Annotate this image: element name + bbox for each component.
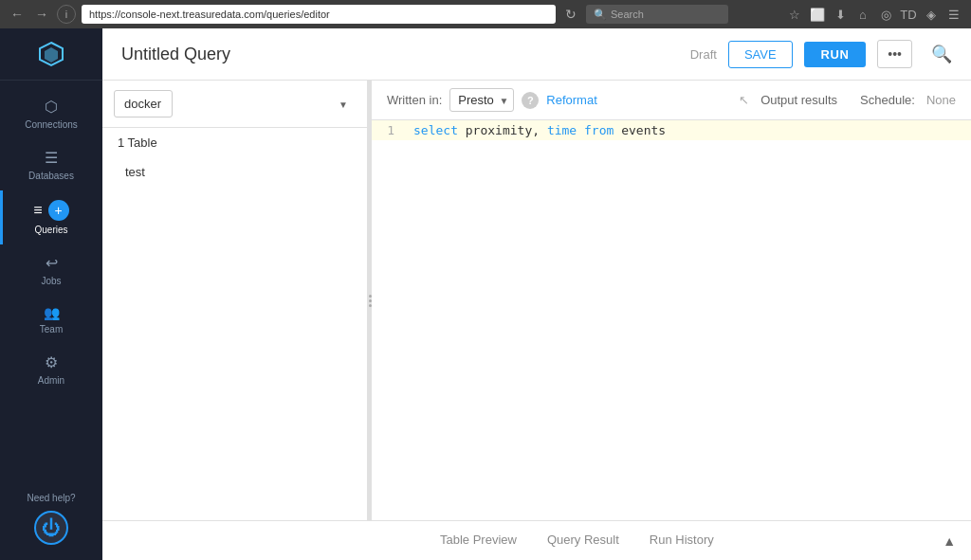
info-button[interactable]: i: [57, 5, 76, 24]
home-button[interactable]: ⌂: [853, 5, 872, 24]
bottom-tabs: Table Preview Query Result Run History: [425, 523, 729, 558]
admin-icon: ⚙: [45, 353, 58, 371]
chevron-up-icon: ▲: [943, 533, 956, 549]
engine-select-wrapper: Presto: [449, 88, 514, 112]
forward-button[interactable]: →: [32, 5, 51, 24]
sidebar-item-queries[interactable]: ≡ + Queries: [0, 190, 102, 244]
output-results-label: Output results: [760, 93, 837, 107]
connections-label: Connections: [25, 119, 78, 130]
content-area: docker 1 Table test: [102, 81, 971, 520]
url-text: https://console-next.treasuredata.com/qu…: [89, 9, 330, 20]
tab-run-history[interactable]: Run History: [634, 523, 729, 558]
run-button[interactable]: RUN: [804, 42, 867, 67]
td-icon[interactable]: TD: [899, 5, 918, 24]
code-line-1: 1 select proximity, time from events: [372, 120, 971, 140]
help-icon[interactable]: ?: [522, 92, 539, 109]
shield-button[interactable]: ◈: [922, 5, 941, 24]
help-label: Need help?: [27, 493, 75, 503]
keyword-time: time: [547, 123, 577, 137]
sidebar-nav: ⬡ Connections ☰ Databases ≡ + Queries ↩ …: [0, 81, 102, 478]
page-header: Untitled Query Draft SAVE RUN ••• 🔍: [102, 28, 971, 81]
table-name: test: [125, 165, 145, 179]
add-query-button[interactable]: +: [48, 200, 69, 221]
list-item[interactable]: test: [102, 157, 367, 187]
table-list: test: [102, 157, 367, 520]
page-title: Untitled Query: [121, 45, 679, 64]
reformat-button[interactable]: Reformat: [546, 93, 596, 107]
browser-search[interactable]: 🔍 Search: [586, 5, 728, 24]
menu-button[interactable]: ☰: [944, 5, 963, 24]
power-button[interactable]: ⏻: [34, 511, 68, 545]
back-button[interactable]: ←: [8, 5, 27, 24]
databases-icon: ☰: [45, 149, 58, 167]
schedule-value: None: [926, 93, 956, 107]
queries-icon: ≡: [33, 202, 42, 219]
reload-button[interactable]: ↻: [561, 5, 580, 24]
line-number-1: 1: [372, 122, 410, 137]
collapse-button[interactable]: ▲: [943, 533, 956, 549]
jobs-label: Jobs: [41, 276, 61, 286]
cursor-icon: ↖: [739, 93, 749, 107]
keyword-from: from: [584, 123, 614, 137]
code-editor[interactable]: 1 select proximity, time from events: [372, 120, 971, 520]
url-bar: https://console-next.treasuredata.com/qu…: [82, 5, 556, 24]
save-button[interactable]: SAVE: [728, 41, 793, 68]
admin-label: Admin: [38, 375, 64, 386]
logo-icon: [37, 40, 65, 68]
search-placeholder: Search: [611, 9, 644, 20]
jobs-icon: ↩: [46, 254, 58, 272]
line-content-1: select proximity, time from events: [410, 122, 971, 138]
extension-button[interactable]: ◎: [876, 5, 895, 24]
search-icon: 🔍: [931, 45, 952, 63]
download-button[interactable]: ⬇: [831, 5, 850, 24]
queries-label: Queries: [34, 225, 67, 235]
table-panel: docker 1 Table test: [102, 81, 368, 520]
databases-label: Databases: [28, 171, 74, 181]
reading-list-button[interactable]: ⬜: [808, 5, 827, 24]
tab-table-preview[interactable]: Table Preview: [425, 523, 532, 558]
connections-icon: ⬡: [45, 98, 58, 116]
editor-toolbar: Written in: Presto ? Reformat ↖ Output r…: [372, 81, 971, 120]
table-panel-toolbar: docker: [102, 81, 367, 128]
sidebar-bottom: Need help? ⏻: [27, 478, 75, 560]
bookmark-star-button[interactable]: ☆: [785, 5, 804, 24]
database-select-wrapper: docker: [114, 90, 356, 117]
tab-query-result[interactable]: Query Result: [532, 523, 634, 558]
engine-select[interactable]: Presto: [449, 88, 514, 112]
sidebar-item-admin[interactable]: ⚙ Admin: [0, 344, 102, 395]
team-label: Team: [40, 324, 63, 334]
more-options-button[interactable]: •••: [877, 40, 912, 68]
sidebar-logo: [0, 28, 102, 81]
main-content: Untitled Query Draft SAVE RUN ••• 🔍 dock…: [102, 28, 971, 560]
query-result-label: Query Result: [547, 533, 619, 547]
sidebar-item-team[interactable]: 👥 Team: [0, 296, 102, 344]
run-history-label: Run History: [650, 533, 714, 547]
schedule-label: Schedule:: [860, 93, 915, 107]
table-count-label: 1 Table: [102, 128, 367, 157]
table-preview-label: Table Preview: [440, 533, 517, 547]
sidebar-item-databases[interactable]: ☰ Databases: [0, 139, 102, 190]
editor-area: Written in: Presto ? Reformat ↖ Output r…: [372, 81, 971, 520]
bottom-panel: Table Preview Query Result Run History ▲: [102, 520, 971, 560]
sidebar-item-connections[interactable]: ⬡ Connections: [0, 88, 102, 139]
search-button[interactable]: 🔍: [931, 44, 952, 64]
team-icon: 👥: [44, 305, 60, 320]
draft-badge: Draft: [690, 47, 717, 62]
keyword-select: select: [413, 123, 458, 137]
power-icon: ⏻: [42, 517, 61, 539]
more-icon: •••: [888, 46, 902, 62]
sidebar: ⬡ Connections ☰ Databases ≡ + Queries ↩ …: [0, 28, 102, 560]
database-select[interactable]: docker: [114, 90, 173, 117]
sidebar-item-jobs[interactable]: ↩ Jobs: [0, 244, 102, 296]
written-in-label: Written in:: [387, 93, 442, 107]
